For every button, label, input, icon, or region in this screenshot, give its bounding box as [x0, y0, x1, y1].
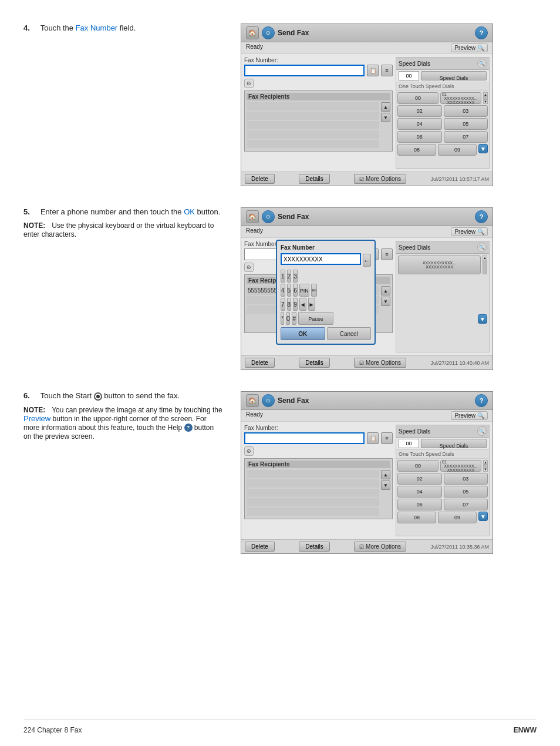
speed-dial-search-2[interactable]: 🔍 — [477, 243, 487, 252]
scroll-up-side-1[interactable]: ▲ — [484, 93, 487, 97]
keypad-star[interactable]: * — [281, 312, 284, 325]
preview-button-3[interactable]: Preview 🔍 — [451, 411, 488, 420]
fax-icon-btn-a[interactable]: 📋 — [367, 65, 379, 76]
delete-button-1[interactable]: Delete — [245, 174, 275, 184]
fax-icon-c[interactable]: ⊙ — [244, 79, 254, 88]
sd-row-2-01: XXXXXXXXXXX... XXXXXXXXXX ▲ — [398, 256, 487, 274]
scroll-down-3[interactable]: ▼ — [381, 480, 390, 490]
scroll-up-side-2[interactable]: ▲ — [483, 256, 487, 260]
sd-btn-3-02[interactable]: 02 — [397, 473, 442, 485]
keypad-6[interactable]: 6 — [293, 284, 298, 297]
keypad-pin[interactable]: PIN — [299, 284, 309, 297]
sd-btn-09[interactable]: 09 — [438, 144, 477, 156]
help-button-3[interactable]: ? — [475, 394, 488, 407]
scroll-up-side-3[interactable]: ▲ — [484, 461, 487, 465]
help-button-2[interactable]: ? — [475, 210, 488, 223]
sd-btn-07[interactable]: 07 — [444, 131, 488, 143]
speed-dial-go-3[interactable]: Speed Dials — [421, 439, 487, 448]
keypad-backspace[interactable]: ← — [363, 254, 371, 267]
home-button-1[interactable]: 🏠 — [246, 26, 259, 39]
keypad-1[interactable]: 1 — [281, 270, 285, 283]
sd-btn-06[interactable]: 06 — [397, 131, 442, 143]
sd-btn-3-03[interactable]: 03 — [444, 473, 488, 485]
sd-btn-02[interactable]: 02 — [397, 105, 442, 117]
keypad-hash[interactable]: # — [292, 312, 296, 325]
sd-btn-2-01[interactable]: XXXXXXXXXXX... XXXXXXXXXX — [398, 256, 481, 274]
speed-dial-search-1[interactable]: 🔍 — [477, 59, 487, 68]
sd-btn-00[interactable]: 00 — [397, 92, 438, 104]
home-button-2[interactable]: 🏠 — [246, 210, 259, 223]
scroll-down-side-3[interactable]: ▼ — [484, 467, 487, 471]
speed-dial-search-3[interactable]: 🔍 — [477, 426, 487, 436]
sd-btn-04[interactable]: 04 — [397, 118, 442, 130]
fax-icon-btn-d[interactable]: ≡ — [381, 248, 393, 260]
preview-button-1[interactable]: Preview 🔍 — [451, 43, 488, 52]
sd-btn-05[interactable]: 05 — [444, 118, 488, 130]
speed-dial-grid-3: 00 01 XXXXXXXXXXX... XXXXXXXXXX ▲ — [396, 459, 489, 525]
sd-btn-08[interactable]: 08 — [397, 144, 436, 156]
sd-btn-3-06[interactable]: 06 — [397, 499, 442, 510]
scroll-down-2[interactable]: ▼ — [381, 297, 390, 306]
fax-number-input-3[interactable] — [244, 432, 365, 444]
fax-icon-e[interactable]: ⊙ — [244, 263, 254, 272]
fax-icon-g[interactable]: ⊙ — [244, 446, 254, 456]
keypad-edit[interactable]: ✏ — [311, 284, 317, 297]
sd-btn-3-09[interactable]: 09 — [438, 512, 477, 523]
sd-btn-03[interactable]: 03 — [444, 105, 488, 117]
details-button-3[interactable]: Details — [299, 542, 330, 552]
more-options-1[interactable]: ☑ More Options — [354, 174, 406, 184]
sd-btn-3-08[interactable]: 08 — [397, 512, 436, 523]
keypad-4[interactable]: 4 — [281, 284, 285, 297]
sd-down-arrow-2[interactable]: ▼ — [478, 314, 487, 324]
sd-btn-3-07[interactable]: 07 — [444, 499, 488, 510]
more-options-3[interactable]: ☑ More Options — [354, 542, 406, 552]
sd-btn-3-04[interactable]: 04 — [397, 486, 442, 498]
keypad-3[interactable]: 3 — [293, 270, 298, 283]
scroll-down-side-1[interactable]: ▼ — [484, 99, 487, 103]
fax-circle-btn-2[interactable]: ⊙ — [262, 210, 275, 223]
keypad-ok[interactable]: OK — [281, 327, 325, 340]
home-button-3[interactable]: 🏠 — [246, 394, 259, 407]
keypad-8[interactable]: 8 — [287, 298, 292, 311]
more-options-2[interactable]: ☑ More Options — [354, 358, 406, 368]
keypad-0[interactable]: 0 — [286, 312, 291, 325]
side-scrollbar-1[interactable]: ▲ ▼ — [483, 92, 488, 104]
side-scrollbar-2[interactable]: ▲ — [483, 256, 487, 274]
scroll-up-1[interactable]: ▲ — [381, 102, 390, 112]
speed-dial-num-input-1[interactable] — [399, 71, 419, 80]
keypad-5[interactable]: 5 — [287, 284, 292, 297]
sd-down-arrow[interactable]: ▼ — [478, 144, 488, 153]
details-button-2[interactable]: Details — [299, 358, 330, 368]
fax-icon-btn-b[interactable]: ≡ — [381, 65, 393, 76]
sd-down-arrow-3[interactable]: ▼ — [478, 512, 488, 521]
keypad-input-field[interactable] — [281, 253, 361, 265]
fax-icon-btn-e[interactable]: 📋 — [367, 432, 379, 444]
delete-button-2[interactable]: Delete — [245, 358, 275, 368]
fax-circle-btn-3[interactable]: ⊙ — [262, 394, 275, 407]
keypad-cancel[interactable]: Cancel — [327, 327, 372, 340]
scroll-buttons-2: ▲ ▼ — [381, 286, 390, 315]
sd-btn-3-00[interactable]: 00 — [397, 460, 438, 472]
sd-btn-3-05[interactable]: 05 — [444, 486, 488, 498]
delete-button-3[interactable]: Delete — [245, 542, 275, 552]
sd-btn-01[interactable]: 01 XXXXXXXXXXX... XXXXXXXXXX — [440, 92, 481, 104]
sd-btn-3-01[interactable]: 01 XXXXXXXXXXX... XXXXXXXXXX — [440, 460, 481, 472]
keypad-2[interactable]: 2 — [287, 270, 292, 283]
help-button-1[interactable]: ? — [475, 26, 488, 39]
side-scrollbar-3[interactable]: ▲ ▼ — [483, 460, 488, 472]
scroll-down-1[interactable]: ▼ — [381, 113, 390, 122]
speed-dial-num-input-3[interactable] — [399, 439, 419, 448]
fax-number-input-1[interactable] — [244, 65, 365, 76]
scroll-up-2[interactable]: ▲ — [381, 286, 390, 295]
keypad-7[interactable]: 7 — [281, 298, 285, 311]
scroll-up-3[interactable]: ▲ — [381, 470, 390, 479]
keypad-left[interactable]: ◄ — [299, 298, 306, 311]
preview-button-2[interactable]: Preview 🔍 — [451, 227, 488, 236]
fax-circle-btn-1[interactable]: ⊙ — [262, 26, 275, 39]
speed-dial-go-1[interactable]: Speed Dials — [421, 71, 487, 80]
keypad-9[interactable]: 9 — [293, 298, 298, 311]
fax-icon-btn-f[interactable]: ≡ — [381, 432, 393, 444]
keypad-pause[interactable]: Pause — [298, 312, 333, 325]
details-button-1[interactable]: Details — [299, 174, 330, 184]
keypad-right[interactable]: ► — [308, 298, 315, 311]
